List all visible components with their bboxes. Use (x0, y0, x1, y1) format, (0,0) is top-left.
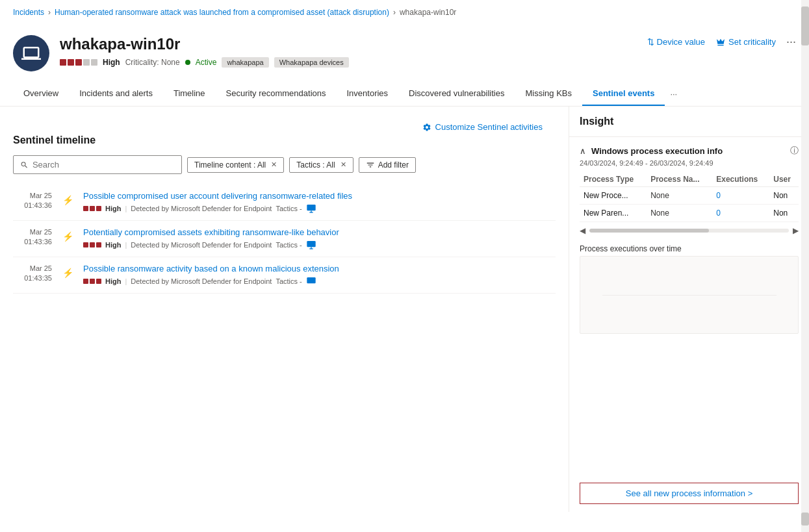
more-actions-button[interactable]: ··· (786, 35, 796, 49)
severity-dots (60, 59, 97, 66)
cell-user: Non (769, 205, 799, 222)
gear-icon (422, 123, 431, 132)
timeline-time: Mar 25 01:43:35 (13, 264, 52, 284)
tab-sentinel-events[interactable]: Sentinel events (582, 82, 665, 106)
page-scrollbar (801, 0, 809, 532)
cell-executions: 0 (712, 205, 769, 222)
breadcrumb-incidents[interactable]: Incidents (13, 8, 44, 17)
col-user: User (769, 172, 799, 187)
timeline-item-title[interactable]: Possible compromised user account delive… (83, 191, 556, 201)
tab-inventories[interactable]: Inventories (336, 82, 398, 106)
insight-title: Insight (569, 107, 809, 137)
remove-tactics-filter[interactable]: ✕ (340, 160, 346, 169)
timeline-time: Mar 25 01:43:36 (13, 227, 52, 247)
cell-process-name: None (647, 187, 712, 205)
col-process-type: Process Type (580, 172, 647, 187)
insight-body: ∧ Windows process execution info ⓘ 24/03… (569, 137, 809, 477)
col-executions: Executions (712, 172, 769, 187)
table-row: New Proce... None 0 Non (580, 187, 799, 205)
cell-user: Non (769, 187, 799, 205)
device-avatar (13, 35, 49, 71)
tactics-filter[interactable]: Tactics : All ✕ (289, 157, 353, 173)
breadcrumb: Incidents › Human-operated ransomware at… (0, 0, 809, 25)
add-filter-button[interactable]: Add filter (359, 157, 416, 173)
tab-security-recommendations[interactable]: Security recommendations (216, 82, 337, 106)
set-criticality-action[interactable]: Set criticality (715, 37, 776, 47)
customize-label: Customize Sentinel activities (435, 122, 543, 132)
status-label: Active (196, 58, 217, 67)
page-header: whakapa-win10r High Criticality: None Ac… (0, 25, 809, 82)
timeline-lightning-icon: ⚡ (60, 265, 75, 281)
timeline-lightning-icon: ⚡ (60, 229, 75, 244)
svg-rect-3 (307, 241, 315, 247)
device-value-action[interactable]: ⇅ Device value (647, 37, 705, 47)
breadcrumb-current: whakapa-win10r (400, 8, 456, 17)
cell-process-type: New Paren... (580, 205, 647, 222)
scrollbar-thumb-bottom (801, 513, 809, 526)
nav-tabs: Overview Incidents and alerts Timeline S… (0, 82, 809, 107)
tab-more[interactable]: ··· (665, 82, 682, 105)
tag-whakapapa[interactable]: whakapapa (222, 57, 268, 68)
tab-timeline[interactable]: Timeline (163, 82, 216, 106)
info-icon[interactable]: ⓘ (790, 145, 799, 157)
tactics-badge-icon (306, 203, 316, 214)
section-title: Sentinel timeline (13, 134, 556, 146)
left-panel: Customize Sentinel activities Sentinel t… (0, 107, 569, 512)
device-name: whakapa-win10r (60, 35, 349, 53)
timeline-item-title[interactable]: Potentially compromised assets exhibitin… (83, 227, 556, 237)
insight-panel: Insight ∧ Windows process execution info… (569, 107, 809, 512)
svg-rect-6 (307, 277, 315, 283)
timeline-item: Mar 25 01:43:36 ⚡ Possible compromised u… (13, 184, 556, 221)
tab-discovered-vulnerabilities[interactable]: Discovered vulnerabilities (398, 82, 515, 106)
severity-label: High (103, 58, 120, 67)
col-process-name: Process Na... (647, 172, 712, 187)
filters-row: Timeline content : All ✕ Tactics : All ✕… (13, 155, 556, 174)
table-row: New Paren... None 0 Non (580, 205, 799, 222)
timeline-lightning-icon: ⚡ (60, 192, 75, 208)
cell-executions: 0 (712, 187, 769, 205)
insight-date-range: 24/03/2024, 9:24:49 - 26/03/2024, 9:24:4… (580, 159, 799, 167)
collapse-section-button[interactable]: ∧ (580, 146, 586, 156)
tactics-badge-icon (306, 276, 316, 286)
laptop-icon (21, 44, 41, 63)
filter-icon (366, 160, 375, 170)
see-all-new-process-button[interactable]: See all new process information > (580, 483, 799, 504)
crown-icon (715, 37, 726, 47)
process-executions-chart (580, 256, 799, 334)
remove-timeline-filter[interactable]: ✕ (271, 160, 277, 169)
timeline-item-title[interactable]: Possible ransomware activity based on a … (83, 264, 556, 273)
insight-section-title: Windows process execution info (591, 146, 723, 156)
tab-incidents-alerts[interactable]: Incidents and alerts (69, 82, 163, 106)
timeline: Mar 25 01:43:36 ⚡ Possible compromised u… (13, 184, 556, 294)
tab-overview[interactable]: Overview (13, 82, 69, 106)
horizontal-scrollbar: ◀ ▶ (580, 222, 799, 239)
search-input[interactable] (32, 160, 175, 170)
tactics-badge-icon (306, 240, 316, 250)
insight-table: Process Type Process Na... Executions Us… (580, 172, 799, 222)
timeline-content-filter[interactable]: Timeline content : All ✕ (187, 157, 284, 173)
customize-sentinel-button[interactable]: Customize Sentinel activities (422, 122, 543, 132)
tab-missing-kbs[interactable]: Missing KBs (515, 82, 582, 106)
search-box[interactable] (13, 155, 182, 174)
breadcrumb-incident-detail[interactable]: Human-operated ransomware attack was lau… (55, 8, 389, 17)
scroll-right-arrow[interactable]: ▶ (793, 226, 799, 235)
scrollbar-thumb-top (801, 6, 809, 45)
cell-process-type: New Proce... (580, 187, 647, 205)
timeline-time: Mar 25 01:43:36 (13, 191, 52, 211)
cell-process-name: None (647, 205, 712, 222)
tag-whakapapa-devices[interactable]: Whakapapa devices (274, 57, 349, 68)
svg-rect-0 (307, 205, 315, 210)
search-icon (20, 160, 29, 170)
page-content: Customize Sentinel activities Sentinel t… (0, 107, 809, 512)
scroll-left-arrow[interactable]: ◀ (580, 226, 585, 235)
chart-label: Process executions over time (580, 244, 799, 253)
timeline-item: Mar 25 01:43:35 ⚡ Possible ransomware ac… (13, 257, 556, 294)
status-dot (185, 60, 190, 65)
timeline-item: Mar 25 01:43:36 ⚡ Potentially compromise… (13, 221, 556, 257)
criticality-label: Criticality: None (125, 58, 180, 67)
